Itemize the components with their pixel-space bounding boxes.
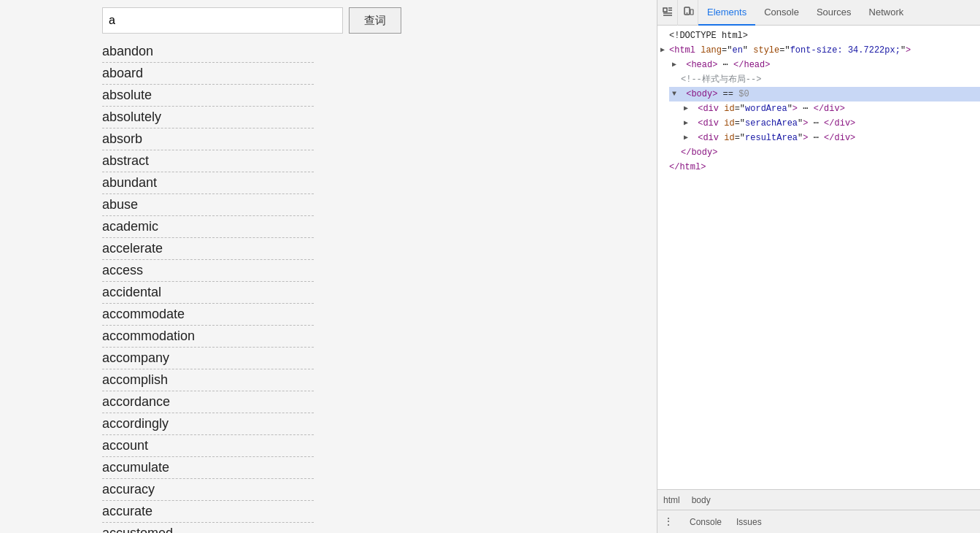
- list-item[interactable]: accommodation: [102, 326, 314, 348]
- list-item[interactable]: abuse: [102, 194, 314, 216]
- code-line[interactable]: ▶ <html lang="en" style="font-size: 34.7…: [657, 43, 980, 58]
- expand-arrow[interactable]: ▶: [684, 102, 692, 115]
- expand-arrow[interactable]: ▶: [672, 58, 681, 72]
- code-text: <!--样式与布局-->: [681, 73, 761, 86]
- list-item[interactable]: accurate: [102, 501, 314, 523]
- tab-sources[interactable]: Sources: [808, 0, 860, 26]
- more-options-icon[interactable]: ⋮: [663, 515, 678, 528]
- devtools-bottom-bar: ⋮ Console Issues: [657, 510, 980, 533]
- list-item[interactable]: abundant: [102, 172, 314, 194]
- expand-arrow: ▶: [660, 44, 669, 57]
- search-input[interactable]: [102, 7, 343, 34]
- dictionary-panel: 查词 abandonaboardabsoluteabsolutelyabsorb…: [0, 0, 657, 533]
- expand-arrow: [660, 161, 669, 174]
- tab-issues-bottom[interactable]: Issues: [733, 515, 765, 529]
- code-text: <html: [669, 44, 695, 57]
- list-item[interactable]: accordingly: [102, 413, 314, 435]
- code-text: </html>: [669, 161, 706, 174]
- tab-console-bottom[interactable]: Console: [687, 515, 725, 529]
- tab-console[interactable]: Console: [755, 0, 808, 26]
- code-text: <head>: [681, 58, 717, 72]
- list-item[interactable]: accidental: [102, 282, 314, 304]
- code-text: <div: [692, 102, 719, 115]
- code-line[interactable]: <!--样式与布局-->: [669, 72, 980, 87]
- search-area: 查词: [102, 7, 657, 34]
- word-list: abandonaboardabsoluteabsolutelyabsorbabs…: [102, 41, 657, 533]
- code-line-body[interactable]: ▼ <body> == $0: [669, 87, 980, 101]
- svg-rect-0: [663, 8, 667, 12]
- list-item[interactable]: aboard: [102, 63, 314, 85]
- tab-network[interactable]: Network: [860, 0, 913, 26]
- code-text: <div: [692, 117, 719, 130]
- expand-arrow: [660, 29, 669, 42]
- tab-elements[interactable]: Elements: [698, 0, 755, 26]
- list-item[interactable]: abstract: [102, 150, 314, 172]
- devtools-tabs: Elements Console Sources Network: [657, 0, 980, 26]
- inspect-icon[interactable]: [657, 0, 678, 26]
- list-item[interactable]: accordance: [102, 391, 314, 413]
- devtools-content: <!DOCTYPE html> ▶ <html lang="en" style=…: [657, 26, 980, 489]
- code-attr: lang: [695, 44, 722, 57]
- list-item[interactable]: abandon: [102, 41, 314, 63]
- list-item[interactable]: absorb: [102, 129, 314, 150]
- list-item[interactable]: absolute: [102, 85, 314, 107]
- list-item[interactable]: accumulate: [102, 457, 314, 479]
- expand-arrow[interactable]: ▶: [684, 117, 692, 130]
- list-item[interactable]: accuracy: [102, 479, 314, 501]
- list-item[interactable]: accommodate: [102, 304, 314, 326]
- code-text: <body>: [681, 88, 717, 101]
- device-icon[interactable]: [678, 0, 698, 26]
- breadcrumb-html[interactable]: html: [663, 495, 680, 505]
- search-button[interactable]: 查词: [349, 7, 401, 34]
- code-attr: style: [748, 44, 779, 57]
- code-line[interactable]: <!DOCTYPE html>: [657, 28, 980, 43]
- code-text: </body>: [681, 146, 717, 159]
- code-line[interactable]: ▶ <div id="resultArea" > ⋯ </div>: [681, 131, 980, 145]
- list-item[interactable]: absolutely: [102, 107, 314, 129]
- expand-arrow[interactable]: ▼: [672, 88, 681, 101]
- code-text: <div: [692, 131, 719, 145]
- svg-rect-6: [690, 9, 693, 15]
- code-line[interactable]: </html>: [657, 160, 980, 175]
- expand-arrow: [672, 146, 681, 159]
- expand-arrow[interactable]: ▶: [684, 131, 692, 145]
- list-item[interactable]: accustomed: [102, 523, 314, 533]
- devtools-breadcrumb-bar: html body: [657, 489, 980, 510]
- list-item[interactable]: accompany: [102, 348, 314, 369]
- list-item[interactable]: academic: [102, 216, 314, 238]
- list-item[interactable]: accelerate: [102, 238, 314, 260]
- code-line[interactable]: ▶ <div id="wordArea" > ⋯ </div>: [681, 101, 980, 116]
- code-text: <!DOCTYPE html>: [669, 29, 748, 42]
- code-text: >: [906, 44, 911, 57]
- code-line[interactable]: ▶ <div id="serachArea" > ⋯ </div>: [681, 116, 980, 131]
- list-item[interactable]: access: [102, 260, 314, 282]
- breadcrumb-body[interactable]: body: [692, 495, 711, 505]
- expand-arrow: [672, 73, 681, 86]
- list-item[interactable]: accomplish: [102, 369, 314, 391]
- list-item[interactable]: account: [102, 435, 314, 457]
- code-line[interactable]: ▶ <head> ⋯ </head>: [669, 58, 980, 72]
- devtools-panel: Elements Console Sources Network <!DOCTY…: [657, 0, 980, 533]
- code-line[interactable]: </body>: [669, 145, 980, 160]
